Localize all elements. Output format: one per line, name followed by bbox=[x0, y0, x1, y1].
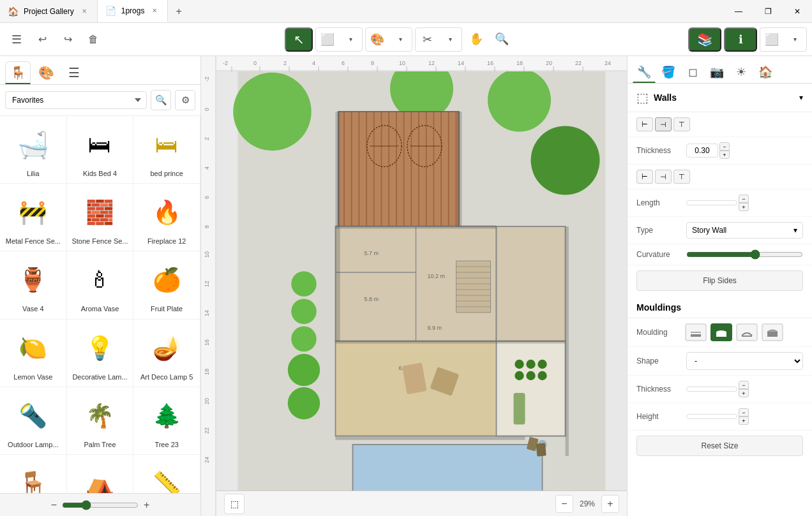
zoom-out-button[interactable]: − bbox=[51, 499, 57, 511]
moulding-style-2-button[interactable] bbox=[710, 323, 732, 341]
delete-button[interactable]: 🗑 bbox=[82, 28, 105, 51]
item-thumbnail: 🪔 bbox=[144, 326, 189, 371]
list-item[interactable]: 🔥 Fireplace 12 bbox=[133, 184, 200, 251]
list-item[interactable]: 🕯 Aroma Vase bbox=[67, 251, 134, 319]
align-right-button[interactable]: ⊤ bbox=[673, 117, 690, 131]
shape-select[interactable]: - bbox=[686, 352, 803, 370]
list-item[interactable]: 🌲 Tree 23 bbox=[133, 387, 200, 455]
paint-tool-button[interactable]: 🎨 bbox=[366, 28, 389, 51]
curvature-slider[interactable] bbox=[686, 249, 803, 260]
right-tab-camera[interactable]: 📷 bbox=[705, 61, 728, 83]
align-left-button[interactable]: ⊢ bbox=[636, 117, 653, 131]
length-align-btn-2[interactable]: ⊣ bbox=[655, 170, 672, 184]
item-thumbnail: 🧱 bbox=[77, 190, 122, 235]
length-decrease-button[interactable]: − bbox=[739, 195, 749, 203]
hamburger-button[interactable]: ☰ bbox=[5, 28, 28, 51]
view-dropdown-button[interactable]: ▾ bbox=[783, 28, 806, 51]
close-button[interactable]: ✕ bbox=[783, 0, 812, 23]
favorites-select[interactable]: Favorites bbox=[5, 91, 147, 109]
height-decrease-button[interactable]: − bbox=[739, 408, 749, 416]
dropdown-1-button[interactable]: ▾ bbox=[339, 28, 362, 51]
tab-materials[interactable]: 🎨 bbox=[33, 61, 59, 84]
select-tool-button[interactable]: ↖ bbox=[285, 27, 313, 52]
layers-button[interactable]: ⬚ bbox=[224, 494, 244, 514]
list-item[interactable]: 🍋 Lemon Vase bbox=[0, 320, 67, 387]
moulding-thickness-stepper: − + bbox=[739, 381, 749, 397]
tab-project-gallery[interactable]: 🏠 Project Gallery ✕ bbox=[0, 0, 98, 22]
height-value[interactable] bbox=[686, 414, 737, 419]
pan-tool-button[interactable]: ✋ bbox=[465, 27, 488, 50]
info-button[interactable]: ℹ bbox=[724, 27, 757, 52]
search-button[interactable]: 🔍 bbox=[151, 90, 171, 110]
walls-dropdown[interactable]: ▾ bbox=[799, 93, 803, 102]
floorplan-canvas[interactable]: 5.7 m 5.8 m 10.2 m 9.9 m 6.4 m bbox=[216, 71, 627, 490]
list-item[interactable]: ⛺ bbox=[67, 455, 134, 493]
list-item[interactable]: 🚧 Metal Fence Se... bbox=[0, 184, 67, 251]
list-item[interactable]: 💡 Decorative Lam... bbox=[67, 320, 134, 387]
tab-1progs[interactable]: 📄 1progs ✕ bbox=[98, 0, 169, 22]
zoom-slider[interactable] bbox=[62, 500, 139, 510]
list-item[interactable]: 🪑 bbox=[0, 455, 67, 493]
list-item[interactable]: 🛏 bed prince bbox=[133, 116, 200, 184]
right-tab-house[interactable]: 🏠 bbox=[754, 61, 777, 83]
view-button[interactable]: ⬜ bbox=[760, 28, 783, 51]
redo-button[interactable]: ↪ bbox=[56, 28, 79, 51]
tab-add-button[interactable]: + bbox=[168, 6, 189, 17]
list-item[interactable]: 🌴 Palm Tree bbox=[67, 387, 134, 455]
flip-sides-button[interactable]: Flip Sides bbox=[636, 270, 803, 291]
reset-size-button[interactable]: Reset Size bbox=[636, 436, 803, 456]
thickness-decrease-button[interactable]: − bbox=[719, 142, 730, 151]
svg-rect-117 bbox=[691, 332, 701, 333]
svg-text:16: 16 bbox=[204, 339, 210, 346]
maximize-button[interactable]: ❐ bbox=[753, 0, 783, 23]
height-increase-button[interactable]: + bbox=[739, 416, 749, 425]
dropdown-2-button[interactable]: ▾ bbox=[389, 28, 412, 51]
moulding-thickness-increase-button[interactable]: + bbox=[739, 389, 749, 397]
tab-close-1progs[interactable]: ✕ bbox=[149, 6, 160, 15]
list-item[interactable]: 🏺 Vase 4 bbox=[0, 251, 67, 319]
list-item[interactable]: 🍊 Fruit Plate bbox=[133, 251, 200, 319]
moulding-thickness-value[interactable] bbox=[686, 387, 737, 392]
moulding-style-3-button[interactable] bbox=[736, 323, 758, 341]
canvas-area[interactable]: -2 0 2 4 6 8 10 12 14 16 18 20 22 24 bbox=[201, 56, 627, 516]
canvas-zoom-in-button[interactable]: + bbox=[601, 495, 619, 513]
library-button[interactable]: 📚 bbox=[688, 27, 721, 52]
dropdown-3-button[interactable]: ▾ bbox=[439, 28, 462, 51]
tab-close-project-gallery[interactable]: ✕ bbox=[79, 6, 89, 16]
moulding-thickness-decrease-button[interactable]: − bbox=[739, 381, 749, 389]
tab-furniture[interactable]: 🪑 bbox=[5, 61, 31, 84]
list-item[interactable]: 🪔 Art Deco Lamp 5 bbox=[133, 320, 200, 387]
window-controls: — ❐ ✕ bbox=[724, 0, 812, 23]
list-item[interactable]: 🧱 Stone Fence Se... bbox=[67, 184, 134, 251]
right-tab-paint[interactable]: 🪣 bbox=[657, 61, 680, 83]
right-tab-light[interactable]: ☀ bbox=[730, 61, 753, 83]
list-item[interactable]: 📏 bbox=[133, 455, 200, 493]
list-item[interactable]: 🛁 Lilia bbox=[0, 116, 67, 184]
undo-button[interactable]: ↩ bbox=[31, 28, 54, 51]
box-tool-button[interactable]: ⬜ bbox=[316, 28, 339, 51]
length-increase-button[interactable]: + bbox=[739, 203, 749, 211]
toolbar-right: 📚 ℹ ⬜ ▾ bbox=[688, 27, 807, 52]
thickness-increase-button[interactable]: + bbox=[719, 151, 730, 159]
type-dropdown[interactable]: Story Wall ▾ bbox=[686, 222, 803, 239]
list-item[interactable]: 🔦 Outdoor Lamp... bbox=[0, 387, 67, 455]
list-item[interactable]: 🛏 Kids Bed 4 bbox=[67, 116, 134, 184]
canvas-zoom-out-button[interactable]: − bbox=[555, 495, 573, 513]
minimize-button[interactable]: — bbox=[724, 0, 753, 23]
length-value[interactable] bbox=[686, 200, 737, 205]
zoom-in-button[interactable]: + bbox=[144, 499, 149, 511]
thickness-value[interactable]: 0.30 bbox=[686, 144, 718, 158]
right-tab-eraser[interactable]: ◻ bbox=[681, 61, 704, 83]
tab-list[interactable]: ☰ bbox=[61, 61, 87, 84]
length-align-btn-3[interactable]: ⊤ bbox=[673, 170, 690, 184]
filter-button[interactable]: ⚙ bbox=[175, 90, 195, 110]
moulding-style-4-button[interactable] bbox=[762, 323, 783, 341]
search-tool-button[interactable]: 🔍 bbox=[490, 27, 513, 50]
length-align-btn-1[interactable]: ⊢ bbox=[636, 170, 653, 184]
walls-title: Walls bbox=[654, 92, 677, 103]
align-center-button[interactable]: ⊣ bbox=[655, 117, 672, 131]
right-tab-properties[interactable]: 🔧 bbox=[633, 61, 656, 83]
scissors-tool-button[interactable]: ✂ bbox=[416, 28, 439, 51]
svg-point-51 bbox=[291, 299, 317, 324]
moulding-style-1-button[interactable] bbox=[685, 323, 707, 341]
